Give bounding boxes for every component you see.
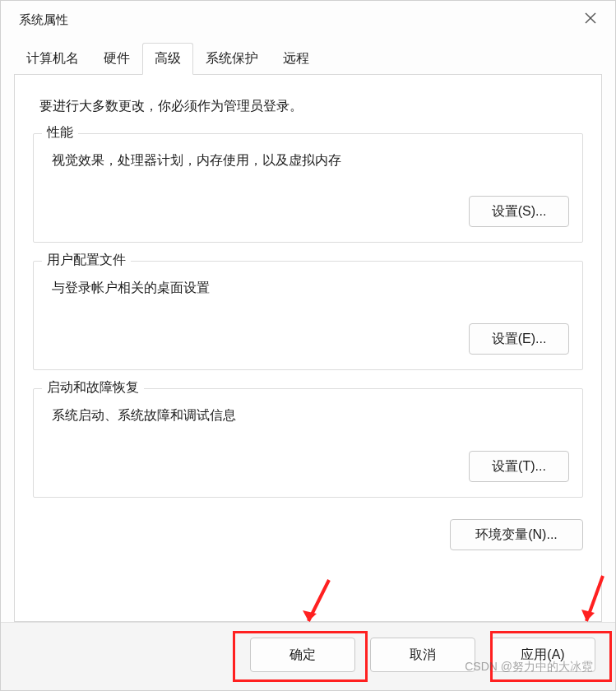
startup-recovery-actions: 设置(T)... (47, 451, 569, 482)
advanced-tab-panel: 要进行大多数更改，你必须作为管理员登录。 性能 视觉效果，处理器计划，内存使用，… (14, 74, 602, 622)
tab-computer-name[interactable]: 计算机名 (14, 43, 91, 75)
tab-hardware[interactable]: 硬件 (91, 43, 142, 75)
user-profiles-desc: 与登录帐户相关的桌面设置 (52, 280, 569, 297)
system-properties-dialog: 系统属性 计算机名 硬件 高级 系统保护 远程 要进行大多数更改，你必须作为管理… (0, 0, 616, 691)
titlebar: 系统属性 (1, 1, 615, 37)
startup-recovery-desc: 系统启动、系统故障和调试信息 (52, 407, 569, 424)
startup-recovery-group: 启动和故障恢复 系统启动、系统故障和调试信息 设置(T)... (33, 388, 583, 498)
startup-recovery-settings-button[interactable]: 设置(T)... (469, 451, 569, 482)
user-profiles-legend: 用户配置文件 (42, 252, 131, 269)
tab-advanced[interactable]: 高级 (142, 43, 193, 75)
performance-desc: 视觉效果，处理器计划，内存使用，以及虚拟内存 (52, 152, 569, 169)
admin-notice: 要进行大多数更改，你必须作为管理员登录。 (39, 98, 583, 115)
apply-button[interactable]: 应用(A) (490, 638, 595, 672)
env-vars-row: 环境变量(N)... (33, 519, 583, 550)
performance-actions: 设置(S)... (47, 196, 569, 227)
user-profiles-group: 用户配置文件 与登录帐户相关的桌面设置 设置(E)... (33, 261, 583, 370)
startup-recovery-legend: 启动和故障恢复 (42, 379, 144, 397)
performance-group: 性能 视觉效果，处理器计划，内存使用，以及虚拟内存 设置(S)... (33, 133, 583, 243)
ok-button[interactable]: 确定 (250, 638, 355, 672)
environment-variables-button[interactable]: 环境变量(N)... (450, 519, 583, 550)
tab-system-protection[interactable]: 系统保护 (193, 43, 271, 75)
cancel-button[interactable]: 取消 (370, 638, 475, 672)
user-profiles-actions: 设置(E)... (47, 323, 569, 355)
dialog-title: 系统属性 (19, 12, 68, 28)
close-icon (585, 12, 596, 27)
tab-remote[interactable]: 远程 (271, 43, 322, 75)
performance-legend: 性能 (42, 124, 78, 141)
dialog-footer: 确定 取消 应用(A) (1, 622, 615, 690)
performance-settings-button[interactable]: 设置(S)... (469, 196, 569, 227)
tabs: 计算机名 硬件 高级 系统保护 远程 (1, 42, 615, 74)
close-button[interactable] (577, 8, 604, 31)
user-profiles-settings-button[interactable]: 设置(E)... (469, 323, 569, 355)
